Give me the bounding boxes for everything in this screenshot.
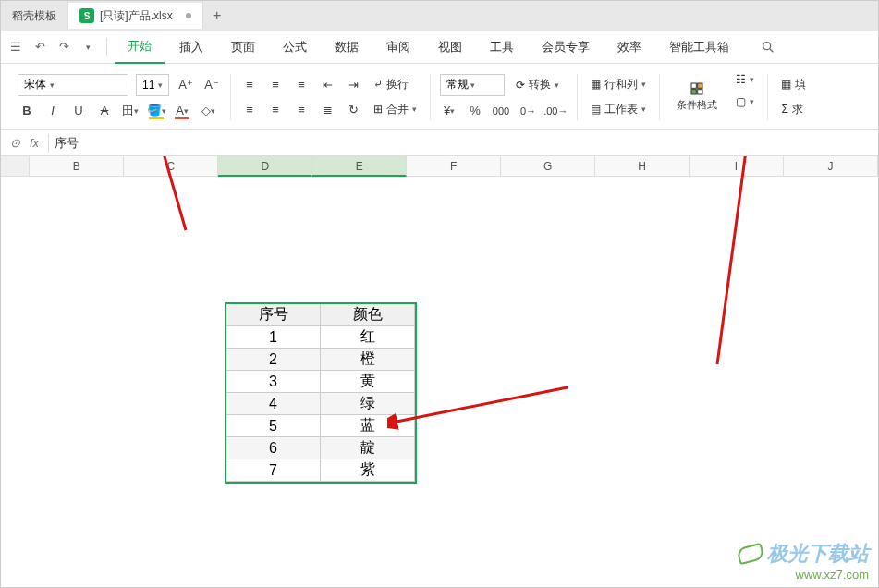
increase-font-button[interactable]: A⁺	[177, 76, 195, 94]
search-button[interactable]	[751, 31, 785, 64]
watermark-url: www.xz7.com	[738, 568, 869, 582]
menu-tools[interactable]: 工具	[477, 31, 527, 64]
indent-left-button[interactable]: ⇤	[318, 75, 336, 93]
conditional-format-button[interactable]: 条件格式	[669, 71, 725, 123]
menu-efficiency[interactable]: 效率	[604, 31, 654, 64]
rows-cols-button[interactable]: ▦行和列▾	[587, 75, 650, 94]
col-header-I[interactable]: I	[690, 156, 784, 177]
undo-history-dropdown[interactable]: ▾	[77, 36, 99, 58]
template-tab[interactable]: 稻壳模板	[1, 3, 68, 29]
sum-button[interactable]: Σ求	[777, 100, 806, 119]
currency-button[interactable]: ¥▾	[440, 102, 458, 120]
formula-input[interactable]: 序号	[48, 134, 878, 153]
increase-decimal-button[interactable]: .00→	[543, 102, 568, 120]
underline-button[interactable]: U	[69, 102, 88, 120]
align-middle-button[interactable]: ≡	[266, 75, 285, 93]
align-right-button[interactable]: ≡	[292, 100, 311, 118]
align-bottom-button[interactable]: ≡	[292, 75, 311, 93]
table-row: 3黄	[226, 371, 415, 393]
menu-insert[interactable]: 插入	[166, 31, 216, 64]
border-icon: 田	[122, 103, 134, 119]
table-cell[interactable]: 黄	[321, 371, 415, 393]
font-color-button[interactable]: A▾	[173, 103, 191, 119]
table-cell[interactable]: 4	[226, 393, 321, 415]
table-cell[interactable]: 紫	[321, 459, 415, 482]
indent-right-button[interactable]: ⇥	[344, 75, 362, 93]
col-header-C[interactable]: C	[124, 156, 218, 177]
align-center-button[interactable]: ≡	[266, 100, 285, 118]
trace-button[interactable]: ⊙	[10, 136, 20, 150]
font-name-select[interactable]: 宋体▾	[18, 74, 128, 96]
format-style-button[interactable]: ☷▾	[732, 71, 758, 88]
menu-page[interactable]: 页面	[218, 31, 268, 64]
col-header-E[interactable]: E	[312, 156, 407, 177]
ribbon: 宋体▾ 11▾ A⁺ A⁻ B I U A 田▾ 🪣▾ A▾ ◇▾ ≡ ≡ ≡ …	[1, 64, 878, 130]
table-cell[interactable]: 6	[226, 437, 321, 459]
table-cell[interactable]: 1	[226, 326, 321, 349]
table-header-cell[interactable]: 序号	[226, 304, 321, 326]
table-cell[interactable]: 7	[226, 459, 321, 482]
table-cell[interactable]: 绿	[321, 393, 415, 415]
table-header-cell[interactable]: 颜色	[321, 304, 415, 326]
strike-button[interactable]: A	[95, 102, 114, 120]
font-size-select[interactable]: 11▾	[136, 74, 169, 96]
menu-member[interactable]: 会员专享	[529, 31, 603, 64]
table-cell[interactable]: 靛	[321, 437, 415, 459]
col-header-B[interactable]: B	[30, 156, 124, 177]
new-tab-button[interactable]: +	[203, 3, 231, 29]
col-header-F[interactable]: F	[407, 156, 501, 177]
col-header-J[interactable]: J	[784, 156, 878, 177]
fx-button[interactable]: fx	[30, 136, 39, 150]
clear-format-button[interactable]: ◇▾	[199, 102, 217, 120]
menu-data[interactable]: 数据	[322, 31, 372, 64]
wrap-text-button[interactable]: ⤶换行	[370, 75, 412, 94]
align-left-button[interactable]: ≡	[240, 100, 259, 118]
separator	[106, 38, 107, 56]
fill-button[interactable]: ▦填	[777, 75, 810, 94]
col-header-D[interactable]: D	[218, 156, 312, 177]
menu-review[interactable]: 审阅	[373, 31, 423, 64]
table-cell[interactable]: 3	[226, 371, 321, 393]
decrease-font-button[interactable]: A⁻	[202, 76, 221, 94]
worksheet-button[interactable]: ▤工作表▾	[587, 100, 650, 119]
decrease-decimal-button[interactable]: .0→	[518, 102, 536, 120]
menu-label: 审阅	[386, 39, 410, 55]
table-row: 2橙	[226, 349, 415, 371]
thousands-button[interactable]: 000	[492, 102, 510, 120]
align-top-button[interactable]: ≡	[240, 75, 259, 93]
table-cell[interactable]: 橙	[321, 349, 415, 371]
menu-formula[interactable]: 公式	[270, 31, 320, 64]
select-all-corner[interactable]	[1, 156, 30, 177]
menu-start[interactable]: 开始	[115, 31, 165, 64]
chevron-down-icon: ▾	[641, 104, 646, 114]
italic-button[interactable]: I	[43, 102, 62, 120]
menu-view[interactable]: 视图	[425, 31, 475, 64]
header-text: 序号	[259, 305, 288, 325]
strike-label: A	[101, 104, 109, 117]
justify-button[interactable]: ≣	[318, 100, 336, 118]
menu-smart-toolbox[interactable]: 智能工具箱	[656, 31, 742, 64]
table-cell[interactable]: 红	[321, 326, 415, 349]
orientation-button[interactable]: ↻	[344, 100, 362, 118]
menu-label: 公式	[283, 39, 307, 55]
table-cell[interactable]: 蓝	[321, 415, 415, 437]
file-tab[interactable]: S [只读]产品.xlsx	[68, 3, 203, 29]
menu-icon[interactable]: ☰	[5, 36, 27, 58]
svg-rect-4	[691, 90, 696, 94]
merge-button[interactable]: ⊞合并▾	[370, 100, 421, 119]
col-header-H[interactable]: H	[595, 156, 690, 177]
undo-button[interactable]: ↶	[29, 36, 51, 58]
border-button[interactable]: 田▾	[121, 102, 140, 120]
cell-style-button[interactable]: ▢▾	[732, 93, 758, 110]
spreadsheet-grid[interactable]: B C D E F G H I J 序号 颜色 1红 2橙 3黄 4绿 5蓝 6…	[1, 156, 878, 588]
bold-button[interactable]: B	[18, 102, 36, 120]
col-header-G[interactable]: G	[501, 156, 595, 177]
data-table[interactable]: 序号 颜色 1红 2橙 3黄 4绿 5蓝 6靛 7紫	[225, 302, 417, 484]
redo-button[interactable]: ↷	[53, 36, 75, 58]
convert-button[interactable]: ⟳转换▾	[512, 75, 563, 94]
number-format-select[interactable]: 常规▾	[440, 74, 505, 96]
table-cell[interactable]: 5	[226, 415, 321, 437]
fill-color-button[interactable]: 🪣▾	[147, 103, 165, 119]
percent-button[interactable]: %	[466, 102, 484, 120]
table-cell[interactable]: 2	[226, 349, 321, 371]
